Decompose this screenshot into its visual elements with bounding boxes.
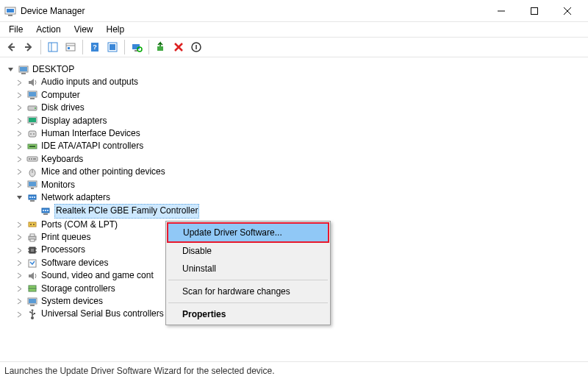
svg-point-74 — [31, 316, 34, 319]
ide-icon — [26, 141, 38, 152]
chevron-right-icon[interactable] — [15, 130, 24, 138]
chevron-right-icon[interactable] — [15, 259, 24, 268]
svg-point-28 — [35, 107, 36, 109]
help-button[interactable]: ? — [87, 39, 103, 55]
chevron-right-icon[interactable] — [15, 233, 24, 242]
status-bar: Launches the Update Driver Software Wiza… — [0, 361, 588, 379]
svg-rect-70 — [29, 288, 36, 291]
chevron-right-icon[interactable] — [15, 142, 24, 151]
ctx-properties[interactable]: Properties — [168, 305, 329, 323]
svg-rect-4 — [531, 7, 537, 14]
chevron-right-icon[interactable] — [15, 91, 24, 99]
show-hide-tree-button[interactable] — [45, 39, 61, 55]
minimize-button[interactable] — [484, 0, 517, 21]
maximize-button[interactable] — [517, 0, 551, 21]
system-icon — [26, 296, 38, 308]
window-title: Device Manager — [21, 6, 484, 16]
toolbar: ? — [0, 37, 588, 57]
tree-item-label: Universal Serial Bus controllers — [41, 308, 164, 320]
uninstall-button[interactable] — [171, 39, 187, 55]
tree-item-network[interactable]: Network adapters — [4, 191, 584, 204]
menu-view[interactable]: View — [68, 23, 99, 36]
port-icon — [26, 219, 38, 230]
svg-point-55 — [47, 210, 49, 211]
status-text: Launches the Update Driver Software Wiza… — [4, 366, 275, 376]
svg-rect-39 — [31, 158, 32, 160]
svg-rect-25 — [29, 92, 36, 96]
chevron-right-icon[interactable] — [15, 180, 24, 189]
svg-rect-7 — [49, 43, 57, 52]
svg-rect-72 — [29, 299, 36, 303]
chevron-right-icon[interactable] — [15, 155, 24, 163]
svg-rect-9 — [66, 43, 75, 51]
svg-rect-38 — [29, 158, 30, 160]
printer-icon — [26, 232, 38, 244]
forward-button[interactable] — [21, 39, 37, 55]
chevron-right-icon[interactable] — [15, 78, 24, 87]
scan-hardware-button[interactable] — [129, 39, 145, 55]
menu-help[interactable]: Help — [101, 23, 131, 36]
tree-item[interactable]: Monitors — [4, 179, 584, 191]
svg-rect-52 — [43, 213, 48, 215]
tree-item-label: Processors — [41, 244, 85, 256]
chevron-right-icon[interactable] — [15, 168, 24, 177]
context-menu: Update Driver Software... Disable Uninst… — [165, 221, 331, 325]
chevron-right-icon[interactable] — [15, 310, 24, 319]
toolbar-separator — [124, 40, 125, 54]
chevron-down-icon[interactable] — [15, 194, 24, 202]
chevron-right-icon[interactable] — [15, 104, 24, 113]
svg-rect-47 — [30, 200, 35, 202]
hid-icon — [26, 128, 38, 140]
chevron-down-icon[interactable] — [6, 65, 15, 74]
ctx-disable[interactable]: Disable — [168, 242, 329, 260]
tree-item[interactable]: Human Interface Devices — [4, 127, 584, 140]
svg-rect-22 — [20, 67, 27, 71]
svg-point-76 — [29, 311, 31, 313]
tree-item[interactable]: Display adapters — [4, 115, 584, 127]
disable-button[interactable] — [188, 39, 204, 55]
computer-icon — [26, 89, 38, 101]
tree-item-label: Network adapters — [41, 191, 110, 204]
toolbar-separator — [40, 40, 41, 54]
back-button[interactable] — [3, 39, 19, 55]
tree-item-selected[interactable]: Realtek PCIe GBE Family Controller — [4, 204, 584, 218]
menu-action[interactable]: Action — [30, 23, 66, 36]
svg-rect-16 — [132, 44, 140, 49]
svg-rect-31 — [31, 124, 34, 125]
properties-button[interactable] — [62, 39, 79, 55]
audio-icon — [26, 77, 38, 88]
network-icon — [26, 192, 38, 204]
chevron-right-icon[interactable] — [15, 272, 24, 280]
tree-root[interactable]: DESKTOP — [4, 63, 584, 76]
display-icon — [26, 115, 38, 127]
tree-item-label: Print queues — [41, 231, 90, 244]
chevron-right-icon[interactable] — [15, 284, 24, 293]
ctx-update-driver[interactable]: Update Driver Software... — [167, 222, 329, 243]
tree-item[interactable]: Audio inputs and outputs — [4, 76, 584, 88]
tree-item[interactable]: Mice and other pointing devices — [4, 166, 584, 178]
chevron-right-icon[interactable] — [15, 116, 24, 125]
tree-item[interactable]: Disk drives — [4, 102, 584, 114]
disk-icon — [26, 102, 38, 114]
tree-item[interactable]: IDE ATA/ATAPI controllers — [4, 140, 584, 152]
monitor-icon — [26, 179, 38, 191]
chevron-right-icon[interactable] — [15, 246, 24, 255]
chevron-right-icon[interactable] — [15, 220, 24, 229]
keyboard-icon — [26, 153, 38, 165]
svg-point-33 — [30, 133, 32, 135]
svg-rect-63 — [31, 249, 34, 252]
tree-item[interactable]: Computer — [4, 89, 584, 102]
action-button[interactable] — [104, 39, 121, 55]
app-icon — [4, 5, 16, 17]
ctx-scan[interactable]: Scan for hardware changes — [168, 283, 329, 300]
svg-point-53 — [43, 210, 44, 211]
tree-item-label: Mice and other pointing devices — [41, 166, 165, 178]
chevron-right-icon[interactable] — [15, 297, 24, 306]
menu-file[interactable]: File — [3, 23, 29, 36]
tree-item-label: Ports (COM & LPT) — [41, 219, 118, 231]
close-button[interactable] — [551, 0, 584, 21]
tree-item[interactable]: Keyboards — [4, 153, 584, 166]
update-driver-button[interactable] — [153, 39, 169, 55]
svg-rect-15 — [110, 44, 115, 50]
ctx-uninstall[interactable]: Uninstall — [168, 260, 329, 277]
